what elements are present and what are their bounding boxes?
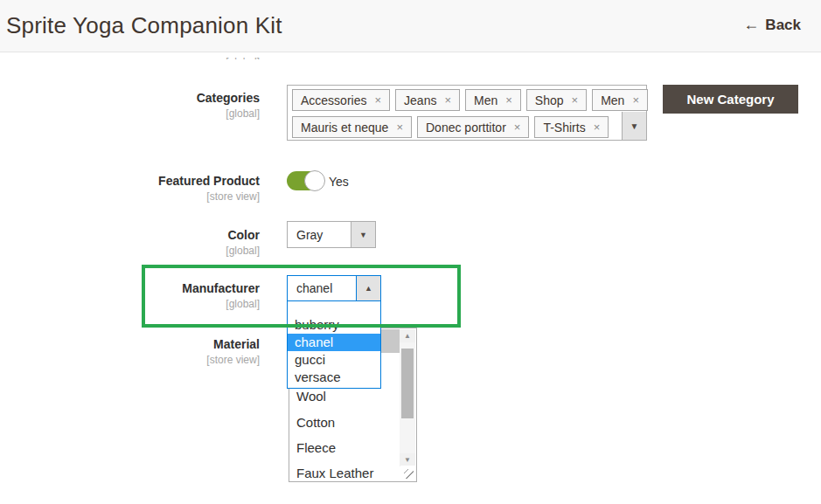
categories-dropdown-button[interactable]: ▼ [622,112,646,140]
new-category-button[interactable]: New Category [663,85,798,114]
remove-tag-icon[interactable]: × [514,121,521,134]
remove-tag-icon[interactable]: × [444,93,451,107]
category-tag: Men× [592,89,648,111]
category-tag: Donec porttitor× [417,116,529,138]
dropdown-option-chanel-selected[interactable]: chanel [288,334,380,351]
remove-tag-icon[interactable]: × [505,93,512,107]
back-button[interactable]: ← Back [743,16,801,34]
dropdown-option-versace[interactable]: versace [288,369,380,386]
resize-grip-icon[interactable] [400,466,415,480]
category-tag-label: Shop [535,93,564,107]
manufacturer-select[interactable]: chanel ▲ [287,275,381,301]
remove-tag-icon[interactable]: × [594,121,601,134]
chevron-down-icon: ▼ [359,231,367,239]
dropdown-option-buberry[interactable]: buberry [288,316,380,334]
color-label: Color [0,228,260,242]
material-scrollbar[interactable]: ▲ ▼ [400,329,415,466]
category-tag-label: Men [474,93,497,107]
color-select-arrow-button[interactable]: ▼ [351,222,375,247]
category-tag: T-Shirts× [534,116,609,138]
category-tag-label: Jeans [404,93,436,107]
clipped-scope-note: [global] [0,53,260,59]
manufacturer-scope: [global] [0,298,260,310]
featured-product-toggle[interactable] [287,171,324,190]
manufacturer-select-value: chanel [296,281,332,295]
categories-scope: [global] [0,107,260,120]
category-tag: Jeans× [395,89,460,111]
category-tag: Mauris et neque× [292,116,412,138]
featured-product-label: Featured Product [0,174,260,188]
remove-tag-icon[interactable]: × [632,93,639,107]
category-tag-label: T-Shirts [543,121,585,135]
scrollbar-up-button[interactable]: ▲ [400,329,415,342]
remove-tag-icon[interactable]: × [572,93,579,107]
product-edit-page: Sprite Yoga Companion Kit ← Back [global… [0,0,821,504]
category-tag: Accessories× [292,89,390,111]
category-tag: Men× [465,89,521,111]
color-scope: [global] [0,245,260,257]
material-option-faux-leather[interactable]: Faux Leather [296,466,373,480]
material-option-cotton[interactable]: Cotton [296,415,335,430]
scroll-up-icon: ▲ [404,332,411,340]
manufacturer-select-arrow-button[interactable]: ▲ [356,276,380,300]
remove-tag-icon[interactable]: × [374,93,381,107]
page-header: Sprite Yoga Companion Kit ← Back [0,0,821,52]
featured-product-scope: [store view] [0,190,260,203]
manufacturer-label: Manufacturer [0,281,260,295]
chevron-down-icon: ▼ [630,121,639,131]
back-button-label: Back [765,17,801,34]
categories-tag-row-2: Mauris et neque× Donec porttitor× T-Shir… [292,116,609,138]
material-label-block: Material [store view] [0,337,260,366]
material-option-fleece[interactable]: Fleece [296,440,336,455]
featured-product-label-block: Featured Product [store view] [0,174,260,203]
categories-label-block: Categories [global] [0,91,260,120]
category-tag-label: Donec porttitor [426,121,506,135]
remove-tag-icon[interactable]: × [396,121,403,134]
material-option-wool[interactable]: Wool [296,389,326,404]
manufacturer-label-block: Manufacturer [global] [0,281,260,310]
category-tag-label: Mauris et neque [301,121,388,135]
back-arrow-icon: ← [743,16,759,34]
category-tag-label: Men [601,93,624,107]
category-tag: Shop× [526,89,587,111]
category-tag-label: Accessories [301,93,366,107]
material-label: Material [0,337,260,351]
manufacturer-dropdown-list: buberry chanel gucci versace [287,301,381,389]
chevron-up-icon: ▲ [365,284,372,293]
scroll-down-icon: ▼ [404,456,411,464]
material-scope: [store view] [0,354,260,366]
scrollbar-thumb[interactable] [401,349,414,418]
color-label-block: Color [global] [0,228,260,257]
categories-tag-row-1: Accessories× Jeans× Men× Shop× Men× [292,89,648,111]
color-select-value: Gray [296,228,323,242]
scrollbar-down-button[interactable]: ▼ [400,453,415,466]
page-title: Sprite Yoga Companion Kit [6,12,282,39]
color-select[interactable]: Gray ▼ [287,221,376,248]
categories-field[interactable]: Accessories× Jeans× Men× Shop× Men× Maur… [287,85,647,141]
categories-label: Categories [0,91,260,105]
featured-product-value: Yes [329,175,349,189]
dropdown-option-gucci[interactable]: gucci [288,351,380,369]
toggle-knob [304,170,325,191]
